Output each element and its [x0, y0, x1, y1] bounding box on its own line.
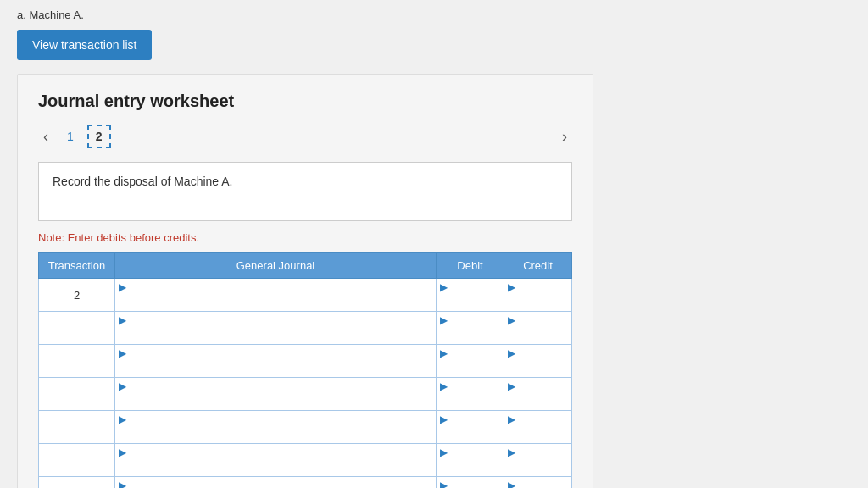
table-row: ▶▶▶	[39, 411, 572, 444]
debit-arrow-icon: ▶	[440, 380, 448, 392]
credit-arrow-icon: ▶	[508, 446, 515, 458]
transaction-cell	[39, 345, 115, 378]
debit-cell[interactable]: ▶	[437, 477, 504, 489]
general-journal-input[interactable]	[119, 359, 432, 375]
credit-input[interactable]	[508, 326, 568, 342]
general-journal-cell[interactable]: ▶	[115, 477, 437, 489]
transaction-cell	[39, 477, 115, 489]
debit-input[interactable]	[440, 425, 500, 441]
debit-arrow-icon: ▶	[440, 480, 448, 488]
credit-arrow-icon: ▶	[508, 380, 515, 392]
table-row: ▶▶▶	[39, 477, 572, 489]
instruction-box: Record the disposal of Machine A.	[38, 162, 572, 221]
pagination-left: ‹ 1 2	[38, 125, 111, 148]
transaction-cell	[39, 378, 115, 411]
transaction-cell	[39, 444, 115, 477]
table-row: ▶▶▶	[39, 378, 572, 411]
general-journal-input[interactable]	[119, 293, 432, 309]
credit-cell[interactable]: ▶	[504, 411, 572, 444]
debit-input[interactable]	[440, 293, 500, 309]
general-journal-cell[interactable]: ▶	[115, 411, 437, 444]
page-1-button[interactable]: 1	[60, 126, 81, 147]
view-transaction-list-button[interactable]: View transaction list	[17, 30, 152, 60]
general-journal-input[interactable]	[119, 458, 432, 474]
transaction-cell: 2	[39, 279, 115, 312]
debit-arrow-icon: ▶	[440, 446, 448, 458]
credit-cell[interactable]: ▶	[504, 378, 572, 411]
general-journal-cell[interactable]: ▶	[115, 279, 437, 312]
debit-cell[interactable]: ▶	[437, 279, 504, 312]
credit-arrow-icon: ▶	[508, 281, 515, 293]
table-row: 2▶▶▶	[39, 279, 572, 312]
debit-input[interactable]	[440, 458, 500, 474]
general-journal-cell[interactable]: ▶	[115, 444, 437, 477]
prev-page-button[interactable]: ‹	[38, 126, 53, 147]
col-header-general-journal: General Journal	[115, 253, 437, 279]
debit-input[interactable]	[440, 326, 500, 342]
transaction-cell	[39, 312, 115, 345]
debit-input[interactable]	[440, 359, 500, 375]
page-2-button[interactable]: 2	[87, 125, 111, 148]
general-journal-cell[interactable]: ▶	[115, 345, 437, 378]
row-arrow-icon: ▶	[119, 413, 126, 425]
credit-cell[interactable]: ▶	[504, 345, 572, 378]
row-arrow-icon: ▶	[119, 446, 126, 458]
col-header-credit: Credit	[504, 253, 572, 279]
row-arrow-icon: ▶	[119, 314, 126, 326]
debit-arrow-icon: ▶	[440, 413, 448, 425]
credit-input[interactable]	[508, 293, 568, 309]
next-page-button[interactable]: ›	[557, 126, 572, 147]
journal-table: Transaction General Journal Debit Credit…	[38, 252, 572, 488]
transaction-cell	[39, 411, 115, 444]
row-arrow-icon: ▶	[119, 347, 126, 359]
worksheet-title: Journal entry worksheet	[38, 92, 572, 111]
general-journal-cell[interactable]: ▶	[115, 312, 437, 345]
debit-cell[interactable]: ▶	[437, 378, 504, 411]
note-text: Note: Enter debits before credits.	[38, 231, 572, 244]
instruction-text: Record the disposal of Machine A.	[53, 175, 232, 188]
general-journal-input[interactable]	[119, 326, 432, 342]
table-row: ▶▶▶	[39, 345, 572, 378]
debit-arrow-icon: ▶	[440, 347, 448, 359]
row-arrow-icon: ▶	[119, 281, 126, 293]
debit-arrow-icon: ▶	[440, 314, 448, 326]
general-journal-input[interactable]	[119, 425, 432, 441]
credit-cell[interactable]: ▶	[504, 477, 572, 489]
row-arrow-icon: ▶	[119, 480, 126, 488]
col-header-transaction: Transaction	[39, 253, 115, 279]
table-header-row: Transaction General Journal Debit Credit	[39, 253, 572, 279]
worksheet-container: Journal entry worksheet ‹ 1 2 › Record t…	[17, 74, 593, 488]
debit-cell[interactable]: ▶	[437, 411, 504, 444]
debit-cell[interactable]: ▶	[437, 444, 504, 477]
credit-input[interactable]	[508, 359, 568, 375]
credit-arrow-icon: ▶	[508, 413, 515, 425]
col-header-debit: Debit	[437, 253, 504, 279]
credit-arrow-icon: ▶	[508, 347, 515, 359]
general-journal-cell[interactable]: ▶	[115, 378, 437, 411]
credit-input[interactable]	[508, 392, 568, 408]
table-row: ▶▶▶	[39, 444, 572, 477]
debit-input[interactable]	[440, 392, 500, 408]
general-journal-input[interactable]	[119, 392, 432, 408]
credit-input[interactable]	[508, 425, 568, 441]
page-label: a. Machine A.	[17, 8, 851, 21]
credit-arrow-icon: ▶	[508, 314, 515, 326]
credit-cell[interactable]: ▶	[504, 444, 572, 477]
credit-arrow-icon: ▶	[508, 480, 515, 488]
row-arrow-icon: ▶	[119, 380, 126, 392]
credit-input[interactable]	[508, 458, 568, 474]
credit-cell[interactable]: ▶	[504, 279, 572, 312]
debit-cell[interactable]: ▶	[437, 345, 504, 378]
debit-arrow-icon: ▶	[440, 281, 448, 293]
debit-cell[interactable]: ▶	[437, 312, 504, 345]
credit-cell[interactable]: ▶	[504, 312, 572, 345]
table-row: ▶▶▶	[39, 312, 572, 345]
pagination-row: ‹ 1 2 ›	[38, 125, 572, 148]
